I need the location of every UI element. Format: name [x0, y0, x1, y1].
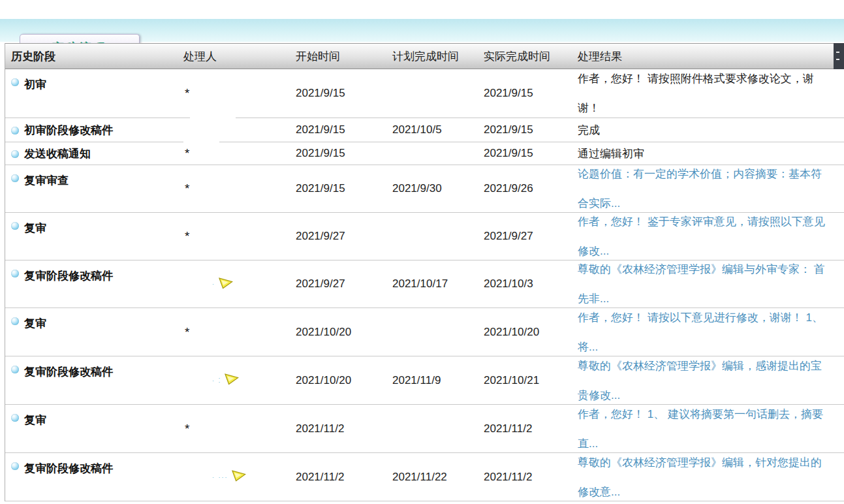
result-line[interactable]: 作者，您好！ 鉴于专家评审意见，请按照以下意见	[578, 215, 825, 228]
redaction-patch	[190, 117, 236, 119]
header-start-time: 开始时间	[296, 49, 392, 64]
stage-bullet-icon	[11, 127, 19, 134]
header-history-stage: 历史阶段	[5, 49, 183, 64]
stage-label: 复审阶段修改稿件	[24, 268, 113, 283]
handler-asterisk: *	[185, 329, 189, 336]
result-line[interactable]: 合实际...	[578, 197, 620, 210]
header-handler: 处理人	[183, 49, 296, 64]
redacted-name-marks: · ⁚	[212, 377, 221, 384]
start-time-cell: 2021/11/2	[296, 405, 392, 452]
stage-cell: 复审审查	[5, 165, 183, 212]
handler-cell: *	[183, 165, 296, 212]
start-time-cell: 2021/10/20	[296, 308, 392, 356]
result-line[interactable]: 论题价值：有一定的学术价值；内容摘要：基本符	[578, 168, 822, 180]
review-history-table: 历史阶段 处理人 开始时间 计划完成时间 实际完成时间 处理结果 初审 * 20…	[5, 43, 844, 501]
redacted-name-marks: ·	[212, 281, 215, 287]
table-row: 初审 * 2021/9/15 2021/9/15 作者，您好！ 请按照附件格式要…	[5, 69, 844, 118]
actual-finish-cell: 2021/9/15	[484, 118, 578, 142]
yellow-arrow-icon	[218, 276, 234, 292]
handler-asterisk: *	[185, 150, 189, 157]
stage-label: 复审	[24, 413, 46, 428]
redaction-patch	[183, 141, 219, 143]
result-line[interactable]: 修改...	[578, 245, 609, 257]
result-cell: 尊敬的《农林经济管理学报》编辑，针对您提出的修改意...	[578, 453, 844, 501]
stage-label: 初审	[24, 77, 46, 92]
result-line[interactable]: 尊敬的《农林经济管理学报》编辑与外审专家： 首	[578, 263, 825, 276]
redacted-name-marks: · ···	[212, 474, 228, 480]
result-cell: 论题价值：有一定的学术价值；内容摘要：基本符合实际...	[578, 165, 844, 212]
result-line[interactable]: 作者，您好！ 1、 建议将摘要第一句话删去，摘要	[578, 408, 823, 420]
start-time-cell: 2021/10/20	[296, 356, 392, 404]
handler-asterisk: *	[185, 233, 189, 240]
result-line[interactable]: 修改意...	[578, 486, 620, 498]
stage-bullet-icon	[11, 270, 19, 277]
actual-finish-cell: 2021/9/27	[484, 213, 578, 260]
result-cell: 完成	[578, 118, 844, 142]
result-line[interactable]: 尊敬的《农林经济管理学报》编辑，感谢提出的宝	[578, 360, 822, 372]
result-line: 作者，您好！ 请按照附件格式要求修改论文，谢	[578, 72, 814, 85]
stage-cell: 复审	[5, 405, 183, 452]
stage-label: 复审阶段修改稿件	[24, 364, 113, 379]
result-line: 完成	[578, 124, 600, 136]
result-line[interactable]: 作者，您好！ 请按以下意见进行修改，谢谢！ 1、	[578, 311, 823, 324]
table-row: 复审审查 * 2021/9/15 2021/9/30 2021/9/26 论题价…	[5, 165, 844, 213]
handler-asterisk: *	[185, 426, 189, 432]
actual-finish-cell: 2021/11/2	[484, 405, 578, 452]
stage-bullet-icon	[11, 150, 19, 158]
actual-finish-cell: 2021/9/15	[484, 69, 578, 118]
result-line: 谢！	[578, 102, 600, 114]
handler-cell: ·	[183, 260, 296, 307]
planned-finish-cell	[392, 405, 484, 452]
table-row: 发送收稿通知 * 2021/9/15 2021/9/15 通过编辑初审	[5, 142, 844, 165]
result-line[interactable]: 将...	[578, 341, 598, 353]
stage-bullet-icon	[11, 462, 19, 470]
table-row: 复审 * 2021/9/27 2021/9/27 作者，您好！ 鉴于专家评审意见…	[5, 213, 844, 260]
yellow-arrow-icon	[230, 469, 247, 485]
handler-cell: *	[183, 213, 296, 260]
stage-cell: 初审阶段修改稿件	[5, 118, 183, 142]
table-row: 复审 * 2021/11/2 2021/11/2 作者，您好！ 1、 建议将摘要…	[5, 405, 844, 453]
result-cell: 尊敬的《农林经济管理学报》编辑，感谢提出的宝贵修改...	[578, 356, 844, 404]
result-cell: 作者，您好！ 1、 建议将摘要第一句话删去，摘要直...	[578, 405, 844, 452]
handler-cell: *	[183, 405, 296, 452]
result-cell: 作者，您好！ 请按照附件格式要求修改论文，谢谢！	[578, 69, 844, 118]
start-time-cell: 2021/9/15	[296, 142, 392, 165]
result-line[interactable]: 直...	[578, 437, 598, 450]
table-row: 复审 * 2021/10/20 2021/10/20 作者，您好！ 请按以下意见…	[5, 308, 844, 356]
result-line[interactable]: 贵修改...	[578, 389, 620, 402]
result-cell: 通过编辑初审	[578, 142, 844, 165]
stage-cell: 发送收稿通知	[5, 142, 183, 165]
stage-bullet-icon	[11, 174, 19, 182]
tab-bar: 审稿流程	[0, 19, 844, 42]
start-time-cell: 2021/11/2	[296, 453, 392, 501]
start-time-cell: 2021/9/15	[296, 69, 392, 118]
planned-finish-cell	[392, 142, 484, 165]
planned-finish-cell	[392, 69, 484, 118]
table-row: 复审阶段修改稿件 · ··· 2021/11/2 2021/11/22 2021…	[5, 453, 844, 501]
stage-bullet-icon	[11, 317, 19, 325]
table-row: 初审阶段修改稿件 2021/9/15 2021/10/5 2021/9/15 完…	[5, 118, 844, 142]
handler-asterisk: *	[185, 90, 189, 97]
stage-bullet-icon	[11, 222, 19, 230]
actual-finish-cell: 2021/9/15	[484, 142, 578, 165]
stage-bullet-icon	[11, 366, 19, 373]
result-cell: 作者，您好！ 鉴于专家评审意见，请按照以下意见修改...	[578, 213, 844, 260]
table-row: 复审阶段修改稿件 · 2021/9/27 2021/10/17 2021/10/…	[5, 260, 844, 308]
start-time-cell: 2021/9/15	[296, 118, 392, 142]
result-line[interactable]: 先非...	[578, 292, 609, 305]
actual-finish-cell: 2021/10/21	[484, 356, 578, 404]
stage-label: 初审阶段修改稿件	[24, 123, 113, 138]
stage-cell: 初审	[5, 69, 183, 118]
result-line[interactable]: 尊敬的《农林经济管理学报》编辑，针对您提出的	[578, 456, 822, 469]
stage-cell: 复审阶段修改稿件	[5, 453, 183, 501]
header-actual-finish: 实际完成时间	[484, 49, 578, 64]
result-cell: 尊敬的《农林经济管理学报》编辑与外审专家： 首先非...	[578, 260, 844, 307]
stage-cell: 复审	[5, 308, 183, 356]
handler-cell	[183, 118, 296, 142]
handler-cell: *	[183, 69, 296, 118]
stage-bullet-icon	[11, 78, 19, 86]
planned-finish-cell: 2021/10/5	[392, 118, 484, 142]
result-cell: 作者，您好！ 请按以下意见进行修改，谢谢！ 1、将...	[578, 308, 844, 356]
actual-finish-cell: 2021/10/20	[484, 308, 578, 356]
handler-asterisk: *	[185, 185, 189, 192]
